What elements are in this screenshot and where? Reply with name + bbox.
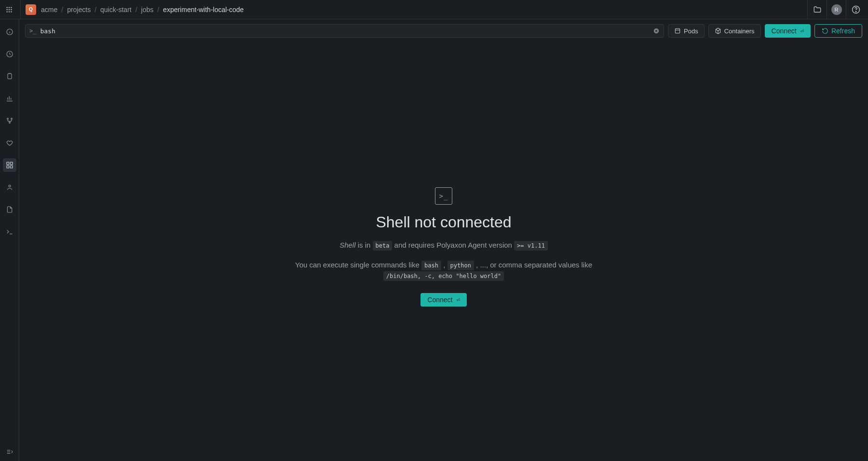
- divider: [20, 0, 21, 19]
- connect-button[interactable]: Connect ⏎: [765, 24, 811, 38]
- svg-rect-23: [675, 28, 679, 33]
- svg-point-5: [11, 9, 12, 10]
- sidebar-expand-icon[interactable]: [3, 447, 16, 461]
- command-value: bash: [40, 28, 649, 35]
- sidebar-chart-icon[interactable]: [3, 92, 16, 105]
- sidebar-terminal-icon[interactable]: [3, 225, 16, 238]
- breadcrumb-jobs[interactable]: jobs: [141, 6, 154, 14]
- help-button[interactable]: [846, 0, 865, 19]
- svg-rect-18: [10, 162, 13, 165]
- containers-label: Containers: [724, 28, 755, 35]
- svg-point-1: [9, 7, 10, 8]
- apps-menu-button[interactable]: [3, 3, 15, 16]
- breadcrumb-sep: /: [95, 6, 96, 14]
- org-logo[interactable]: Q: [26, 4, 36, 15]
- svg-rect-13: [8, 74, 12, 79]
- containers-icon: [715, 28, 721, 34]
- code-example: /bin/bash, -c, echo "hello world": [383, 271, 504, 281]
- sidebar-file-icon[interactable]: [3, 203, 16, 216]
- code-bash: bash: [421, 261, 441, 270]
- breadcrumb-sep: /: [61, 6, 63, 14]
- sidebar-user-icon[interactable]: [3, 181, 16, 194]
- sidebar-clipboard-icon[interactable]: [3, 70, 16, 83]
- empty-title: Shell not connected: [376, 213, 511, 231]
- breadcrumb-sep: /: [157, 6, 159, 14]
- shell-toolbar: >_ bash Pods Containers Connect: [25, 24, 862, 38]
- svg-point-0: [6, 7, 7, 8]
- svg-rect-19: [7, 166, 9, 168]
- refresh-icon: [822, 28, 828, 34]
- svg-point-4: [9, 9, 10, 10]
- svg-rect-17: [7, 162, 9, 165]
- svg-point-6: [6, 11, 7, 12]
- breadcrumb-quick-start[interactable]: quick-start: [100, 6, 132, 14]
- svg-point-21: [9, 185, 11, 187]
- connect-label: Connect: [427, 296, 452, 304]
- empty-subtitle-2: You can execute single commands like bas…: [294, 260, 593, 281]
- connect-label: Connect: [772, 27, 797, 35]
- svg-point-16: [9, 122, 10, 124]
- pods-label: Pods: [684, 28, 698, 35]
- containers-button[interactable]: Containers: [708, 24, 761, 38]
- code-python: python: [448, 261, 474, 270]
- terminal-icon: [435, 187, 452, 205]
- beta-tag: beta: [373, 241, 393, 251]
- sidebar-info-icon[interactable]: [3, 25, 16, 39]
- folder-button[interactable]: [807, 0, 827, 19]
- breadcrumb-acme[interactable]: acme: [41, 6, 57, 14]
- command-input[interactable]: >_ bash: [25, 24, 664, 38]
- empty-state: Shell not connected Shell is in beta and…: [294, 187, 593, 307]
- refresh-label: Refresh: [831, 27, 855, 35]
- sidebar-dashboard-icon[interactable]: [3, 158, 16, 172]
- breadcrumb: acme / projects / quick-start / jobs / e…: [41, 6, 244, 14]
- refresh-button[interactable]: Refresh: [814, 24, 862, 38]
- version-tag: >= v1.11: [514, 241, 548, 251]
- sidebar: [0, 19, 19, 461]
- connect-button-center[interactable]: Connect ⏎: [420, 293, 466, 307]
- sidebar-branch-icon[interactable]: [3, 114, 16, 127]
- enter-key-icon: ⏎: [800, 28, 804, 34]
- pods-button[interactable]: Pods: [668, 24, 705, 38]
- svg-point-14: [7, 118, 8, 120]
- svg-point-15: [11, 118, 12, 120]
- svg-point-10: [855, 11, 856, 12]
- user-menu[interactable]: R: [827, 0, 846, 19]
- svg-rect-20: [10, 166, 13, 168]
- breadcrumb-current: experiment-with-local-code: [163, 6, 244, 14]
- breadcrumb-projects[interactable]: projects: [67, 6, 91, 14]
- avatar: R: [831, 4, 842, 15]
- empty-subtitle-1: Shell is in beta and requires Polyaxon A…: [339, 240, 548, 251]
- prompt-icon: >_: [29, 28, 36, 34]
- clear-command-button[interactable]: [653, 28, 660, 34]
- svg-point-7: [9, 11, 10, 12]
- enter-key-icon: ⏎: [456, 296, 460, 303]
- svg-point-2: [11, 7, 12, 8]
- svg-point-8: [11, 11, 12, 12]
- breadcrumb-sep: /: [136, 6, 137, 14]
- sidebar-history-icon[interactable]: [3, 47, 16, 61]
- pods-icon: [674, 28, 681, 34]
- sidebar-heart-icon[interactable]: [3, 136, 16, 150]
- svg-point-3: [6, 9, 7, 10]
- shell-word: Shell: [339, 241, 355, 249]
